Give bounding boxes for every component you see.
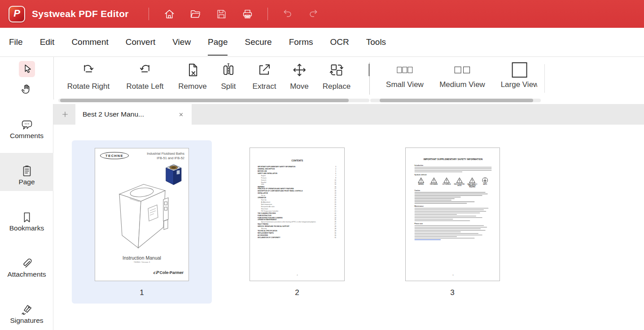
toolbar-divider — [369, 62, 370, 95]
toolbar-scrollbar-thumb[interactable] — [60, 99, 349, 102]
signature-pen-icon — [20, 297, 34, 311]
remove-button[interactable]: Remove — [178, 62, 206, 91]
undo-icon[interactable] — [281, 8, 294, 20]
menu-bar: FileEditCommentConvertViewPageSecureForm… — [0, 28, 644, 57]
paperclip-icon — [20, 251, 34, 265]
in-button[interactable]: In — [364, 62, 369, 91]
tool-label: Large View — [501, 80, 537, 89]
section-heading: Maintenance — [415, 205, 492, 207]
menu-secure[interactable]: Secure — [245, 28, 272, 56]
hand-icon — [21, 83, 34, 97]
select-cursor-tool[interactable] — [19, 61, 35, 77]
cover-title: Instruction Manual — [95, 255, 188, 261]
page-folio: 2 — [254, 274, 340, 276]
medium-view-button[interactable]: Medium View — [439, 62, 485, 89]
safety-symbol: WARNING — [415, 177, 427, 188]
menu-comment[interactable]: Comment — [71, 28, 108, 56]
redo-icon[interactable] — [307, 8, 320, 20]
print-icon[interactable] — [241, 8, 254, 20]
move-button[interactable]: Move — [290, 62, 309, 91]
extract-button[interactable]: Extract — [253, 62, 276, 91]
menu-edit[interactable]: Edit — [40, 28, 55, 56]
menu-file[interactable]: File — [9, 28, 23, 56]
home-icon[interactable] — [163, 8, 176, 20]
page-tools-group: Rotate RightRotate LeftRemoveSplitExtrac… — [58, 57, 369, 100]
page-number-label: 3 — [450, 288, 454, 297]
menu-forms[interactable]: Forms — [289, 28, 313, 56]
page-thumbnail-1[interactable]: TECHNEIndustrial Fluidised BathsIFB-51 a… — [95, 148, 189, 281]
safety-title: IMPORTANT SUPPLEMENTARY SAFETY INFORMATI… — [410, 158, 496, 161]
save-icon[interactable] — [215, 8, 228, 20]
sidebar-item-page[interactable]: Page — [0, 153, 53, 191]
extract-icon — [256, 62, 272, 80]
titlebar-divider-2 — [267, 8, 268, 20]
contents-title: CONTENTS — [254, 160, 340, 162]
small-view-icon — [397, 62, 413, 78]
page-thumbnails-panel: TECHNEIndustrial Fluidised BathsIFB-51 a… — [53, 125, 644, 330]
comments-icon — [20, 113, 34, 126]
split-icon — [220, 62, 237, 80]
menu-page[interactable]: Page — [208, 28, 228, 56]
page-number-label: 2 — [295, 288, 299, 297]
safety-symbol: RISK OF ELECTRIC SHOCK — [453, 177, 466, 188]
tool-label: Split — [221, 82, 236, 91]
sidebar-item-label: Page — [18, 178, 35, 186]
sidebar-item-bookmarks[interactable]: Bookmarks — [0, 199, 53, 237]
replace-icon — [329, 62, 345, 80]
toolbar-scrollbar-thumb-2[interactable] — [380, 99, 533, 102]
document-tab[interactable]: Best 2 User Manu... — [75, 104, 192, 125]
pointer-tools-group — [0, 57, 54, 100]
remove-page-icon — [184, 62, 201, 80]
open-folder-icon[interactable] — [189, 8, 202, 20]
page-folio: 3 — [410, 274, 496, 276]
section-heading: Please note — [415, 223, 492, 225]
page-thumbnail-2[interactable]: CONTENTSIMPORTANT SUPPLEMENTARY SAFETY I… — [250, 148, 345, 281]
rotate-left-button[interactable]: Rotate Left — [126, 62, 163, 91]
hand-pan-tool[interactable] — [20, 83, 35, 97]
tool-label: Move — [290, 82, 309, 91]
ribbon-toolbar: Rotate RightRotate LeftRemoveSplitExtrac… — [0, 57, 644, 104]
page-number-label: 1 — [140, 288, 144, 297]
symbols-row: WARNINGFIRE HAZARDHOT SURFACERISK OF ELE… — [415, 177, 491, 188]
section-heading: Introduction — [415, 165, 492, 166]
tool-label: Rotate Left — [126, 82, 163, 91]
sidebar-item-signatures[interactable]: Signatures — [0, 291, 53, 330]
menu-ocr[interactable]: OCR — [330, 28, 349, 56]
rotate-right-button[interactable]: Rotate Right — [67, 62, 110, 91]
section-heading: Caution — [415, 189, 492, 191]
menu-convert[interactable]: Convert — [126, 28, 156, 56]
small-view-button[interactable]: Small View — [386, 62, 424, 89]
tool-label: Medium View — [439, 80, 485, 89]
large-view-button[interactable]: Large View — [501, 62, 537, 89]
tool-label: Extract — [253, 82, 276, 91]
safety-symbol: HOT SURFACE — [440, 177, 453, 188]
insert-icon — [364, 62, 369, 80]
menu-tools[interactable]: Tools — [366, 28, 386, 56]
systweak-pdf-editor-window: P Systweak PDF Editor FileEditCommentCon… — [0, 0, 644, 330]
page-thumbnail-3[interactable]: IMPORTANT SUPPLEMENTARY SAFETY INFORMATI… — [405, 148, 500, 281]
cursor-icon — [21, 63, 33, 75]
sidebar-item-comments[interactable]: Comments — [0, 107, 53, 145]
bookmark-icon — [20, 205, 34, 218]
menu-view[interactable]: View — [172, 28, 191, 56]
cover-header: Industrial Fluidised BathsIFB-51 and IFB… — [147, 152, 184, 161]
sidebar-item-label: Bookmarks — [9, 224, 44, 232]
view-size-group: Small ViewMedium ViewLarge View — [370, 57, 537, 100]
sidebar-item-attachments[interactable]: Attachments — [0, 245, 53, 283]
tool-label: Rotate Right — [67, 82, 110, 91]
large-view-icon — [512, 62, 528, 78]
tab-close-icon[interactable] — [178, 111, 184, 118]
sidebar-item-label: Attachments — [7, 270, 46, 278]
line-drawing — [110, 174, 171, 252]
replace-button[interactable]: Replace — [323, 62, 350, 91]
tool-label: Remove — [178, 82, 206, 91]
new-tab-button[interactable] — [55, 104, 75, 125]
sidebar-item-label: Signatures — [10, 317, 43, 325]
toolbar-divider-2 — [544, 64, 545, 93]
techne-logo: TECHNE — [100, 152, 129, 159]
document-tab-bar: Best 2 User Manu... — [53, 104, 644, 125]
split-button[interactable]: Split — [220, 62, 237, 91]
cover-footer-brand: cPCole-Parmer — [153, 270, 184, 275]
safety-symbol: FIRE HAZARD — [428, 177, 440, 188]
app-logo-icon: P — [9, 6, 25, 22]
